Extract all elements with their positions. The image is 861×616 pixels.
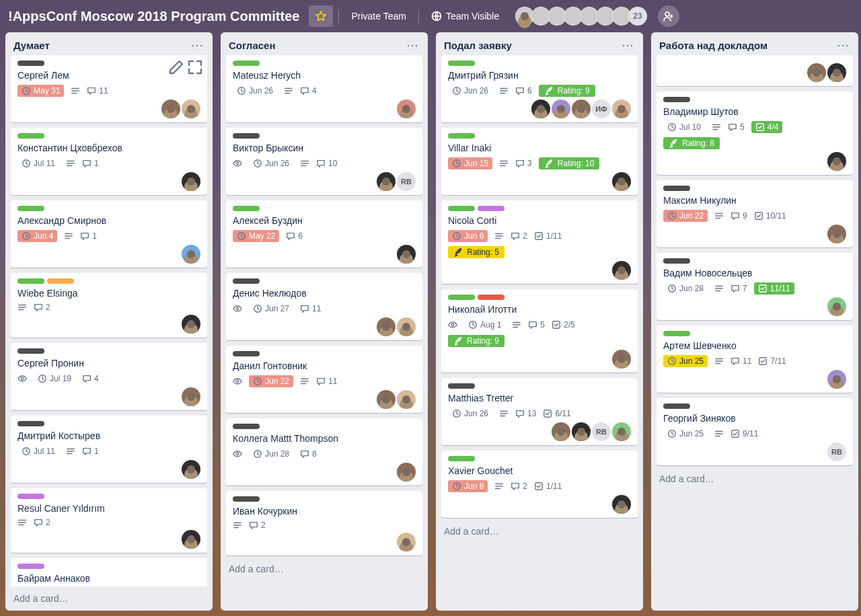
avatar[interactable] bbox=[397, 463, 416, 482]
board-members[interactable]: 23 bbox=[518, 7, 647, 26]
due-badge[interactable]: Jun 22 bbox=[249, 375, 293, 387]
card[interactable]: Дмитрий ГрязинJun 266Rating: 9ИФ bbox=[441, 55, 638, 122]
card[interactable]: Xavier GouchetJun 821/11 bbox=[441, 451, 638, 518]
label-green[interactable] bbox=[17, 133, 44, 139]
card[interactable]: Сергей ЛемMay 3111 bbox=[11, 55, 207, 122]
card[interactable]: Resul Caner Yıldırım2 bbox=[11, 488, 207, 553]
avatar[interactable] bbox=[182, 315, 200, 334]
label-orange[interactable] bbox=[47, 278, 74, 284]
add-card-button[interactable]: Add a card… bbox=[5, 586, 213, 611]
due-badge[interactable]: Jun 25 bbox=[663, 355, 708, 367]
card[interactable]: Villar InakiJun 153Rating: 10 bbox=[441, 128, 638, 195]
avatar[interactable] bbox=[552, 100, 570, 118]
avatar[interactable] bbox=[182, 100, 200, 118]
avatar[interactable] bbox=[397, 390, 416, 409]
avatar[interactable] bbox=[397, 245, 416, 264]
list-menu-icon[interactable]: ⋯ bbox=[404, 39, 421, 51]
card[interactable]: Владимир ШутовJul 1054/4 Rating: 8 bbox=[657, 91, 853, 175]
avatar[interactable] bbox=[612, 350, 631, 369]
avatar[interactable]: RB bbox=[827, 442, 846, 461]
avatar[interactable] bbox=[182, 460, 200, 479]
card[interactable]: Денис НеклюдовJun 2711 bbox=[226, 273, 422, 340]
avatar[interactable] bbox=[612, 172, 631, 191]
label-grey[interactable] bbox=[663, 186, 690, 191]
avatar[interactable] bbox=[827, 225, 846, 243]
due-badge[interactable]: Jun 22 bbox=[663, 210, 708, 222]
due-badge[interactable]: Jun 8 bbox=[448, 480, 488, 492]
label-green[interactable] bbox=[448, 456, 475, 461]
avatar[interactable] bbox=[377, 317, 396, 336]
avatar[interactable] bbox=[612, 495, 631, 514]
label-green[interactable] bbox=[448, 295, 475, 300]
list-cards[interactable]: Дмитрий ГрязинJun 266Rating: 9ИФVillar I… bbox=[436, 54, 643, 519]
add-card-button[interactable]: Add a card… bbox=[221, 557, 428, 581]
card[interactable] bbox=[657, 55, 853, 86]
avatar[interactable] bbox=[531, 100, 550, 118]
label-grey[interactable] bbox=[233, 351, 260, 356]
list-cards[interactable]: Сергей ЛемMay 3111Константин ЦховбреховJ… bbox=[5, 54, 213, 586]
avatar[interactable]: RB bbox=[397, 172, 416, 191]
list-title[interactable]: Согласен bbox=[229, 40, 276, 51]
label-purple[interactable] bbox=[17, 564, 44, 569]
label-green[interactable] bbox=[233, 206, 260, 211]
label-purple[interactable] bbox=[478, 206, 504, 211]
due-badge[interactable]: Jul 10 bbox=[663, 121, 705, 133]
label-grey[interactable] bbox=[448, 383, 475, 389]
card[interactable]: Константин ЦховбреховJul 111 bbox=[11, 128, 207, 195]
card[interactable]: Вадим НовосельцевJun 28711/11 bbox=[657, 253, 853, 320]
label-red[interactable] bbox=[478, 295, 504, 300]
due-badge[interactable]: Jun 25 bbox=[663, 428, 708, 440]
list-title[interactable]: Подал заявку bbox=[444, 40, 512, 51]
avatar[interactable] bbox=[377, 172, 396, 191]
due-badge[interactable]: Jun 26 bbox=[249, 157, 293, 169]
avatar[interactable] bbox=[182, 387, 200, 406]
label-grey[interactable] bbox=[233, 278, 260, 284]
card[interactable]: Георгий ЗиняковJun 259/11RB bbox=[657, 398, 853, 465]
avatar[interactable] bbox=[827, 297, 846, 316]
more-members-count[interactable]: 23 bbox=[628, 7, 647, 26]
avatar[interactable] bbox=[397, 533, 416, 551]
label-green[interactable] bbox=[233, 61, 260, 66]
due-badge[interactable]: May 31 bbox=[17, 85, 64, 97]
card[interactable]: Николай ИготтиAug 152/5 Rating: 9 bbox=[441, 289, 638, 373]
add-card-button[interactable]: Add a card… bbox=[436, 519, 643, 543]
due-badge[interactable]: Jun 15 bbox=[448, 157, 492, 169]
label-grey[interactable] bbox=[233, 496, 260, 502]
due-badge[interactable]: Jun 28 bbox=[249, 448, 293, 460]
list-cards[interactable]: Владимир ШутовJul 1054/4 Rating: 8 Макси… bbox=[651, 54, 858, 467]
avatar[interactable] bbox=[827, 370, 846, 389]
card[interactable]: Mateusz HerychJun 264 bbox=[226, 55, 422, 122]
avatar[interactable] bbox=[612, 261, 631, 280]
due-badge[interactable]: Jul 19 bbox=[34, 373, 75, 385]
card[interactable]: Иван Кочуркин2 bbox=[226, 491, 422, 555]
due-badge[interactable]: Jul 11 bbox=[17, 445, 59, 457]
due-badge[interactable]: Jun 26 bbox=[448, 85, 492, 97]
due-badge[interactable]: Jun 6 bbox=[448, 230, 488, 242]
list-title[interactable]: Думает bbox=[13, 40, 50, 51]
list-menu-icon[interactable]: ⋯ bbox=[619, 39, 636, 51]
due-badge[interactable]: Jun 27 bbox=[249, 303, 293, 315]
avatar[interactable] bbox=[161, 100, 180, 118]
card[interactable]: Дмитрий КостыревJul 111 bbox=[11, 416, 207, 483]
label-grey[interactable] bbox=[17, 61, 44, 66]
label-green[interactable] bbox=[17, 206, 44, 211]
add-card-button[interactable]: Add a card… bbox=[651, 467, 858, 491]
card[interactable]: Максим НикулинJun 22910/11 bbox=[657, 180, 853, 247]
avatar[interactable] bbox=[572, 100, 591, 118]
card[interactable]: Виктор БрыксинJun 2610RB bbox=[226, 128, 422, 195]
list-menu-icon[interactable]: ⋯ bbox=[834, 39, 852, 51]
label-grey[interactable] bbox=[233, 133, 260, 139]
label-purple[interactable] bbox=[17, 494, 44, 499]
avatar[interactable] bbox=[572, 422, 591, 441]
avatar[interactable] bbox=[552, 422, 570, 441]
due-badge[interactable]: Jun 4 bbox=[17, 230, 57, 242]
card[interactable]: Сергей ПронинJul 194 bbox=[11, 343, 207, 410]
due-badge[interactable]: Jun 26 bbox=[233, 85, 277, 97]
label-green[interactable] bbox=[448, 133, 475, 139]
add-member-button[interactable] bbox=[658, 5, 679, 27]
card[interactable]: Коллега Mattt ThompsonJun 288 bbox=[226, 418, 422, 486]
avatar[interactable] bbox=[827, 63, 846, 82]
card[interactable]: Артем ШевченкоJun 25117/11 bbox=[657, 325, 853, 393]
board-title[interactable]: !AppsConf Moscow 2018 Program Committee bbox=[8, 5, 303, 27]
avatar[interactable] bbox=[397, 317, 416, 336]
